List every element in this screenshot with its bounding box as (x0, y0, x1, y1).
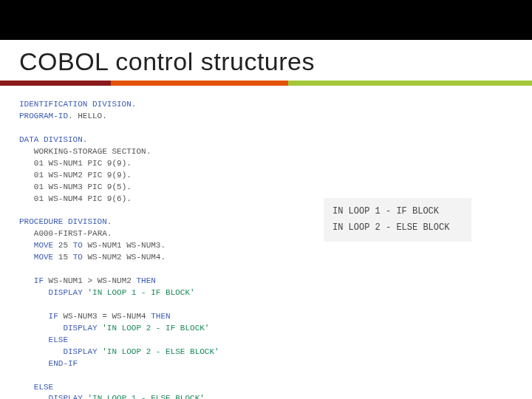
accent-bar (0, 81, 532, 86)
code-text: . (83, 135, 88, 144)
code-kw: PROCEDURE DIVISION (19, 217, 107, 226)
code-text: WS-NUM3 = WS-NUM4 (58, 312, 151, 321)
output-line: IN LOOP 1 - IF BLOCK (332, 206, 439, 216)
code-kw: ELSE (49, 335, 68, 344)
code-text: 25 (53, 241, 72, 250)
code-text: . HELLO. (68, 112, 107, 120)
code-string: 'IN LOOP 1 - ELSE BLOCK' (87, 394, 204, 399)
code-kw: IF (49, 312, 58, 321)
output-box: IN LOOP 1 - IF BLOCK IN LOOP 2 - ELSE BL… (324, 198, 471, 242)
code-kw: DISPLAY (63, 324, 97, 332)
slide-content: IDENTIFICATION DIVISION. PROGRAM-ID. HEL… (0, 86, 532, 399)
code-kw: THEN (151, 312, 170, 321)
code-kw: DISPLAY (63, 347, 97, 356)
code-kw: DISPLAY (49, 394, 83, 399)
code-kw: ELSE (34, 383, 53, 392)
output-line: IN LOOP 2 - ELSE BLOCK (332, 222, 449, 233)
code-kw: DATA DIVISION (19, 135, 83, 144)
code-kw: IDENTIFICATION DIVISION (19, 100, 132, 109)
code-kw: END-IF (49, 359, 78, 368)
accent-green (288, 81, 532, 86)
code-text: 15 (53, 253, 72, 262)
slide-title: COBOL control structures (0, 40, 532, 81)
code-kw: TO (73, 241, 83, 250)
code-text: 01 WS-NUM3 PIC 9(5). (34, 183, 132, 191)
code-kw: MOVE (34, 241, 53, 250)
code-text: WS-NUM2 WS-NUM4. (83, 253, 166, 262)
code-text: . (132, 100, 137, 109)
accent-maroon (0, 81, 111, 86)
code-text: A000-FIRST-PARA. (34, 229, 112, 238)
code-kw: MOVE (34, 253, 53, 262)
code-text: 01 WS-NUM2 PIC 9(9). (34, 171, 132, 180)
code-text: WORKING-STORAGE SECTION. (34, 147, 151, 156)
top-black-bar (0, 0, 532, 40)
code-text: 01 WS-NUM4 PIC 9(6). (34, 194, 132, 203)
code-kw: THEN (136, 276, 155, 285)
code-kw: TO (73, 253, 83, 262)
code-kw: DISPLAY (49, 288, 83, 297)
code-text: . (107, 217, 112, 226)
code-text: WS-NUM1 > WS-NUM2 (44, 276, 136, 285)
code-kw: PROGRAM-ID (19, 112, 68, 120)
code-string: 'IN LOOP 2 - IF BLOCK' (102, 324, 209, 332)
code-text: WS-NUM1 WS-NUM3. (83, 241, 166, 250)
code-string: 'IN LOOP 2 - ELSE BLOCK' (102, 347, 219, 356)
code-text: 01 WS-NUM1 PIC 9(9). (34, 159, 132, 168)
code-kw: IF (34, 276, 44, 285)
accent-orange (111, 81, 288, 86)
code-string: 'IN LOOP 1 - IF BLOCK' (87, 288, 194, 297)
cobol-code-block: IDENTIFICATION DIVISION. PROGRAM-ID. HEL… (19, 99, 532, 399)
